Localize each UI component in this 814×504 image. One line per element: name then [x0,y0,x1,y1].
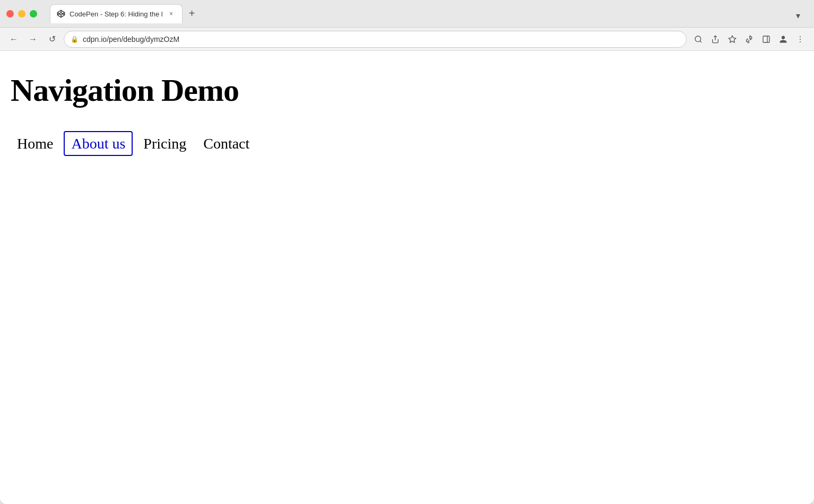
svg-line-4 [700,41,702,42]
tab-close-button[interactable]: × [167,10,176,18]
page-title: Navigation Demo [11,72,803,109]
back-button[interactable]: ← [6,32,21,47]
nav-item-pricing: Pricing [137,135,193,152]
share-icon [711,35,720,44]
codepen-icon [57,10,65,18]
svg-point-9 [800,36,801,37]
bookmark-icon [728,35,737,44]
address-bar[interactable] [83,35,680,44]
tab-bar: CodePen - Step 6: Hiding the l × + ▾ [46,4,808,23]
main-nav: Home About us Pricing Contact [11,135,803,152]
sidebar-toggle-button[interactable] [759,32,774,47]
browser-window: CodePen - Step 6: Hiding the l × + ▾ ← →… [0,0,814,504]
nav-link-about[interactable]: About us [64,131,133,156]
maximize-button[interactable] [30,10,37,18]
nav-item-contact: Contact [197,135,256,152]
navigation-bar: ← → ↺ 🔒 [0,28,814,51]
new-tab-button[interactable]: + [185,6,200,21]
svg-point-3 [695,36,701,42]
profile-icon [779,35,787,44]
reload-button[interactable]: ↺ [45,32,59,47]
active-tab[interactable]: CodePen - Step 6: Hiding the l × [50,4,183,23]
nav-actions [691,32,808,47]
address-bar-container[interactable]: 🔒 [64,31,687,48]
svg-rect-7 [763,36,769,42]
nav-menu: Home About us Pricing Contact [11,135,803,152]
nav-item-about: About us [64,135,133,152]
more-icon [796,35,804,44]
page-content: Navigation Demo Home About us Pricing Co… [0,51,814,504]
nav-link-contact[interactable]: Contact [197,132,256,155]
search-button[interactable] [691,32,706,47]
svg-marker-6 [729,36,735,42]
sidebar-icon [762,35,770,44]
close-button[interactable] [6,10,14,18]
profile-button[interactable] [776,32,791,47]
tab-dropdown-button[interactable]: ▾ [791,8,806,23]
nav-link-pricing[interactable]: Pricing [137,132,193,155]
minimize-button[interactable] [18,10,25,18]
bookmark-button[interactable] [725,32,740,47]
share-button[interactable] [708,32,723,47]
nav-item-home: Home [11,135,59,152]
extensions-button[interactable] [742,32,757,47]
svg-point-10 [800,39,801,40]
tab-title: CodePen - Step 6: Hiding the l [70,10,163,18]
lock-icon: 🔒 [71,36,79,43]
title-bar: CodePen - Step 6: Hiding the l × + ▾ [0,0,814,28]
more-options-button[interactable] [793,32,808,47]
extensions-icon [745,35,754,44]
search-icon [694,35,703,44]
svg-point-11 [800,41,801,42]
nav-link-home[interactable]: Home [11,132,59,155]
traffic-lights [6,10,37,18]
forward-button[interactable]: → [25,32,40,47]
